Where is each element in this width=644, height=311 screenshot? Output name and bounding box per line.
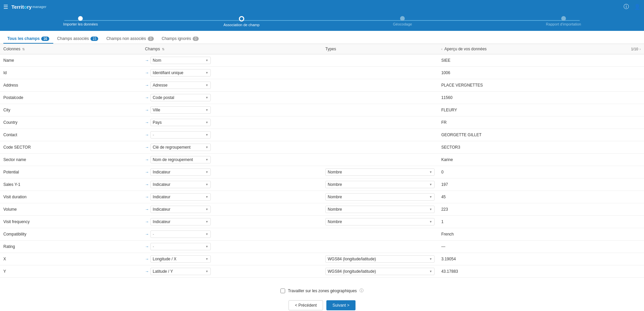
champ-select[interactable]: Pays▼ — [150, 119, 211, 126]
type-select[interactable]: Nombre▼ — [325, 181, 435, 188]
champ-select-text: Indicateur — [153, 182, 171, 187]
champ-select[interactable]: Adresse▼ — [150, 82, 211, 89]
cell-apercu: French — [438, 228, 644, 241]
th-apercu: ‹ Aperçu de vos données 1/10 › — [438, 44, 644, 54]
champ-select[interactable]: Indicateur▼ — [150, 218, 211, 225]
champ-dropdown-icon: ▼ — [205, 96, 208, 99]
type-select-text: WGS84 (longitude/latitude) — [328, 257, 376, 261]
cell-apercu: FLEURY — [438, 104, 644, 116]
type-select[interactable]: Nombre▼ — [325, 193, 435, 201]
type-select-text: Nombre — [328, 170, 342, 174]
cell-champ: →Indicateur▼ — [142, 191, 322, 203]
table-row: Rating→-▼— — [0, 241, 644, 253]
arrow-icon: → — [145, 145, 149, 150]
type-select-text: Nombre — [328, 219, 342, 224]
cell-colonne: Sector name — [0, 154, 142, 166]
tab-champs-ignores[interactable]: Champs ignorés 0 — [158, 34, 203, 44]
hamburger-menu[interactable]: ☰ — [3, 4, 8, 10]
champ-select[interactable]: Indicateur▼ — [150, 193, 211, 201]
champ-select-text: Indicateur — [153, 195, 171, 199]
th-champs[interactable]: Champs ⇅ — [142, 44, 322, 54]
cell-champ: →Clé de regroupement▼ — [142, 141, 322, 153]
table-row: Visit duration→Indicateur▼Nombre▼45 — [0, 191, 644, 203]
cell-type: WGS84 (longitude/latitude)▼ — [322, 265, 438, 278]
cell-colonne: City — [0, 104, 142, 116]
cell-champ: →Nom de regroupement▼ — [142, 154, 322, 166]
type-dropdown-icon: ▼ — [429, 195, 432, 199]
cell-champ: →Indicateur▼ — [142, 166, 322, 178]
champ-select[interactable]: Indicateur▼ — [150, 181, 211, 188]
step-association: Association de champ — [161, 16, 322, 27]
champ-select[interactable]: Indicateur▼ — [150, 168, 211, 176]
help-icon[interactable]: ⓘ — [624, 3, 629, 10]
th-colonnes[interactable]: Colonnes ⇅ — [0, 44, 142, 54]
cell-apercu: 1006 — [438, 67, 644, 79]
type-dropdown-icon: ▼ — [429, 183, 432, 186]
type-select[interactable]: Nombre▼ — [325, 206, 435, 213]
cell-champ: →Ville▼ — [142, 104, 322, 116]
champ-dropdown-icon: ▼ — [205, 71, 208, 74]
type-select[interactable]: WGS84 (longitude/latitude)▼ — [325, 255, 435, 263]
step-dot-rapport — [561, 16, 566, 21]
champ-dropdown-icon: ▼ — [205, 146, 208, 149]
geo-checkbox[interactable] — [280, 289, 285, 293]
type-select[interactable]: Nombre▼ — [325, 168, 435, 176]
geo-info-icon[interactable]: ⓘ — [360, 288, 364, 294]
cell-champ: →Nom▼ — [142, 54, 322, 66]
type-select[interactable]: Nombre▼ — [325, 218, 435, 225]
champ-select[interactable]: Identifiant unique▼ — [150, 69, 211, 76]
cell-type — [322, 154, 438, 166]
tab-champs-non-associes-label: Champs non associés — [106, 36, 146, 41]
type-dropdown-icon: ▼ — [429, 208, 432, 211]
arrow-icon: → — [145, 120, 149, 125]
sort-champs-icon[interactable]: ⇅ — [162, 47, 165, 51]
cell-apercu: Karine — [438, 154, 644, 166]
champ-dropdown-icon: ▼ — [205, 195, 208, 199]
tab-champs-associes[interactable]: Champs associés 15 — [53, 34, 103, 44]
cell-apercu: SIEE — [438, 54, 644, 67]
user-icon[interactable]: 👤 — [634, 4, 641, 10]
champ-select[interactable]: Indicateur▼ — [150, 206, 211, 213]
champ-select[interactable]: Nom de regroupement▼ — [150, 156, 211, 163]
prev-button[interactable]: < Précédent — [288, 300, 323, 310]
table-row: Postalcode→Code postal▼11560 — [0, 92, 644, 104]
step-label-importer: Importer les données — [63, 22, 98, 26]
champ-select-text: Pays — [153, 120, 162, 125]
cell-colonne: Contact — [0, 129, 142, 141]
champ-select[interactable]: -▼ — [150, 230, 211, 238]
champ-select[interactable]: -▼ — [150, 243, 211, 250]
table-row: City→Ville▼FLEURY — [0, 104, 644, 116]
tab-champs-non-associes[interactable]: Champs non associés 3 — [102, 34, 157, 44]
champ-select-text: - — [153, 232, 154, 237]
cell-colonne: Id — [0, 67, 142, 79]
cell-champ: →Adresse▼ — [142, 79, 322, 91]
sort-colonnes-icon[interactable]: ⇅ — [22, 47, 25, 51]
next-button[interactable]: Suivant > — [326, 300, 355, 310]
champ-select[interactable]: Longitude / X▼ — [150, 255, 211, 263]
champ-select[interactable]: Code postal▼ — [150, 94, 211, 101]
tab-tous-champs-label: Tous les champs — [7, 36, 40, 41]
type-select[interactable]: WGS84 (longitude/latitude)▼ — [325, 268, 435, 275]
champ-select[interactable]: Nom▼ — [150, 57, 211, 64]
champ-select-text: Ville — [153, 108, 160, 112]
cell-type: WGS84 (longitude/latitude)▼ — [322, 253, 438, 265]
champ-select[interactable]: -▼ — [150, 131, 211, 139]
champ-select[interactable]: Clé de regroupement▼ — [150, 144, 211, 151]
step-label-association: Association de champ — [223, 23, 260, 27]
apercu-next-icon[interactable]: › — [640, 47, 641, 51]
cell-type — [322, 141, 438, 154]
cell-apercu: — — [438, 241, 644, 253]
tab-champs-ignores-badge: 0 — [193, 37, 199, 41]
apercu-prev-icon[interactable]: ‹ — [441, 47, 442, 51]
table-row: Volume→Indicateur▼Nombre▼223 — [0, 203, 644, 216]
champ-dropdown-icon: ▼ — [205, 121, 208, 124]
tab-tous-champs[interactable]: Tous les champs 16 — [3, 34, 53, 44]
champ-select-text: Adresse — [153, 83, 168, 88]
cell-apercu: 43.17883 — [438, 265, 644, 278]
cell-colonne: Volume — [0, 203, 142, 216]
champ-select[interactable]: Ville▼ — [150, 106, 211, 114]
champ-dropdown-icon: ▼ — [205, 133, 208, 137]
th-types-label: Types — [325, 47, 336, 51]
step-label-geocodage: Géocodage — [393, 22, 412, 26]
champ-select[interactable]: Latitude / Y▼ — [150, 268, 211, 275]
